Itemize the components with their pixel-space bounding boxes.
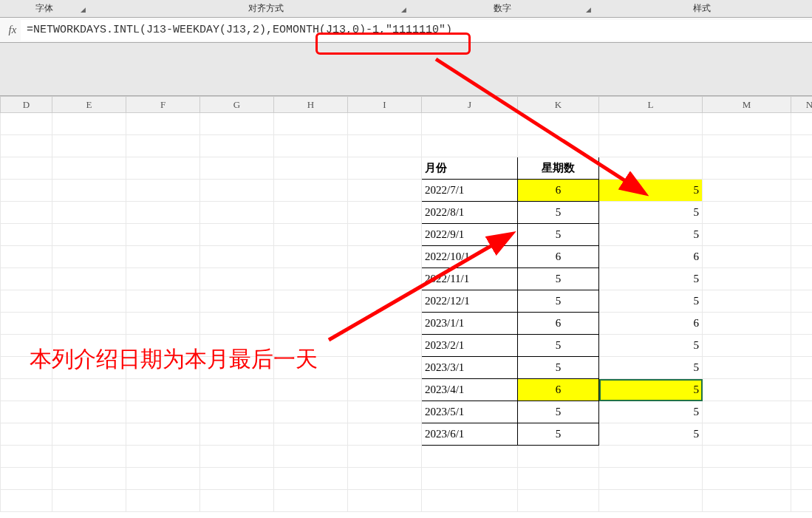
cell[interactable]: [126, 224, 200, 246]
cell[interactable]: [274, 202, 348, 224]
weekday-count-cell[interactable]: 6: [518, 313, 599, 335]
weekday-count-cell[interactable]: 6: [518, 246, 599, 268]
month-cell[interactable]: 2023/3/1: [422, 357, 518, 379]
cell[interactable]: [274, 113, 348, 135]
cell[interactable]: [1, 468, 52, 490]
cell[interactable]: [518, 135, 599, 157]
weekday-count-cell[interactable]: 6: [518, 379, 599, 401]
cell[interactable]: [348, 180, 422, 202]
table-row[interactable]: [1, 468, 813, 490]
col-header[interactable]: K: [518, 97, 599, 113]
cell[interactable]: [703, 313, 791, 335]
cell[interactable]: [791, 335, 813, 357]
month-cell[interactable]: 2022/11/1: [422, 268, 518, 290]
cell[interactable]: [1, 335, 52, 357]
cell[interactable]: [126, 446, 200, 468]
col-header[interactable]: L: [599, 97, 703, 113]
result-cell[interactable]: 5: [599, 357, 703, 379]
cell[interactable]: [703, 401, 791, 423]
table-row[interactable]: 2022/7/165: [1, 180, 813, 202]
cell[interactable]: [791, 290, 813, 313]
cell[interactable]: [200, 468, 274, 490]
cell[interactable]: [348, 202, 422, 224]
cell[interactable]: [791, 423, 813, 446]
cell[interactable]: [348, 246, 422, 268]
cell[interactable]: [791, 446, 813, 468]
cell[interactable]: [52, 157, 126, 180]
cell[interactable]: [348, 135, 422, 157]
table-row[interactable]: 2022/8/155: [1, 202, 813, 224]
cell[interactable]: [274, 313, 348, 335]
cell[interactable]: [52, 490, 126, 512]
cell[interactable]: [348, 290, 422, 313]
cell[interactable]: [1, 401, 52, 423]
cell[interactable]: [200, 379, 274, 401]
cell[interactable]: [518, 113, 599, 135]
cell[interactable]: [791, 313, 813, 335]
cell[interactable]: [422, 490, 518, 512]
cell[interactable]: [126, 113, 200, 135]
result-cell[interactable]: 6: [599, 313, 703, 335]
month-cell[interactable]: 2023/5/1: [422, 401, 518, 423]
cell[interactable]: [518, 490, 599, 512]
weekday-count-cell[interactable]: 5: [518, 401, 599, 423]
cell[interactable]: [348, 268, 422, 290]
weekday-count-cell[interactable]: 5: [518, 202, 599, 224]
cell[interactable]: [1, 379, 52, 401]
cell[interactable]: [791, 246, 813, 268]
result-cell[interactable]: 5: [599, 401, 703, 423]
cell[interactable]: [200, 268, 274, 290]
cell[interactable]: [52, 180, 126, 202]
cell[interactable]: [200, 157, 274, 180]
result-cell[interactable]: 6: [599, 246, 703, 268]
cell[interactable]: [348, 490, 422, 512]
result-cell[interactable]: 5: [599, 180, 703, 202]
cell[interactable]: [200, 135, 274, 157]
cell[interactable]: [348, 335, 422, 357]
cell[interactable]: [422, 135, 518, 157]
cell[interactable]: [126, 246, 200, 268]
worksheet-grid[interactable]: D E F G H I J K L M N 月份星期数2022/7/165202…: [0, 96, 812, 512]
cell[interactable]: [274, 468, 348, 490]
cell[interactable]: [348, 423, 422, 446]
month-cell[interactable]: 2022/10/1: [422, 246, 518, 268]
result-cell[interactable]: 5: [599, 335, 703, 357]
cell[interactable]: [126, 335, 200, 357]
table-row[interactable]: 2022/10/166: [1, 246, 813, 268]
col-header[interactable]: I: [348, 97, 422, 113]
table-row[interactable]: 2023/4/165: [1, 379, 813, 401]
cell[interactable]: [791, 268, 813, 290]
cell[interactable]: [703, 268, 791, 290]
cell[interactable]: [348, 357, 422, 379]
cell[interactable]: [52, 423, 126, 446]
cell[interactable]: [791, 379, 813, 401]
cell[interactable]: [348, 157, 422, 180]
weekday-count-cell[interactable]: 5: [518, 357, 599, 379]
cell[interactable]: [52, 313, 126, 335]
cell[interactable]: [274, 246, 348, 268]
cell[interactable]: [274, 335, 348, 357]
month-cell[interactable]: 2022/7/1: [422, 180, 518, 202]
cell[interactable]: [52, 357, 126, 379]
col-header[interactable]: E: [52, 97, 126, 113]
weekday-count-cell[interactable]: 6: [518, 180, 599, 202]
dialog-launcher-icon[interactable]: ◢: [401, 6, 406, 13]
cell[interactable]: [703, 135, 791, 157]
cell[interactable]: [422, 468, 518, 490]
weekday-count-cell[interactable]: 5: [518, 268, 599, 290]
cell[interactable]: [703, 246, 791, 268]
col-header[interactable]: N: [791, 97, 813, 113]
cell[interactable]: [200, 290, 274, 313]
cell[interactable]: [52, 268, 126, 290]
cell[interactable]: [126, 490, 200, 512]
cell[interactable]: [599, 157, 703, 180]
table-row[interactable]: 2022/9/155: [1, 224, 813, 246]
cell[interactable]: [348, 313, 422, 335]
cell[interactable]: [703, 468, 791, 490]
cell[interactable]: [126, 202, 200, 224]
cell[interactable]: [791, 490, 813, 512]
cell[interactable]: [703, 379, 791, 401]
month-cell[interactable]: 2022/8/1: [422, 202, 518, 224]
table-header-row[interactable]: 月份星期数: [1, 157, 813, 180]
cell[interactable]: [1, 268, 52, 290]
